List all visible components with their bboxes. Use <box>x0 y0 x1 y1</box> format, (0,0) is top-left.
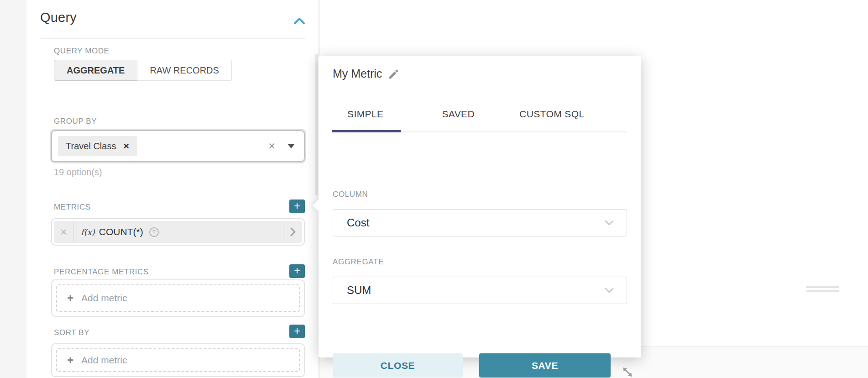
add-percentage-metric-button[interactable]: + <box>289 264 305 278</box>
tab-custom-sql[interactable]: CUSTOM SQL <box>504 109 599 120</box>
query-mode-toggle: AGGREGATE RAW RECORDS <box>54 60 232 81</box>
remove-tag-icon[interactable]: ✕ <box>123 142 129 150</box>
metrics-container: ✕ f(x) COUNT(*) ? <box>51 218 305 246</box>
add-metric-button[interactable]: + <box>289 200 305 213</box>
add-sort-by-button[interactable]: + <box>289 325 305 338</box>
remove-metric-icon[interactable]: ✕ <box>54 221 74 243</box>
add-metric-placeholder: Add metric <box>81 355 127 366</box>
query-control-panel: Query QUERY MODE AGGREGATE RAW RECORDS G… <box>26 0 319 378</box>
group-by-tag[interactable]: Travel Class ✕ <box>58 136 137 156</box>
metric-title: My Metric <box>333 67 382 80</box>
group-by-tag-label: Travel Class <box>66 141 116 152</box>
group-by-options-count: 19 option(s) <box>54 167 102 178</box>
skeleton-line <box>806 286 839 288</box>
save-button[interactable]: SAVE <box>479 353 611 378</box>
function-icon: f(x) <box>81 227 95 237</box>
add-metric-placeholder: Add metric <box>81 293 127 304</box>
column-label: COLUMN <box>333 190 368 199</box>
aggregate-label: AGGREGATE <box>333 257 384 267</box>
aggregate-select[interactable]: SUM <box>333 277 627 304</box>
section-divider <box>40 38 305 39</box>
expand-metric-icon[interactable] <box>283 221 302 243</box>
add-percentage-metric-dropzone[interactable]: + Add metric <box>56 284 300 312</box>
metrics-label: METRICS <box>54 203 91 212</box>
metric-tabs: SIMPLE SAVED CUSTOM SQL <box>332 96 600 132</box>
skeleton-line <box>806 290 839 292</box>
resize-handle-icon[interactable] <box>621 366 634 378</box>
tab-saved[interactable]: SAVED <box>427 109 490 120</box>
group-by-select[interactable]: Travel Class ✕ ✕ <box>51 130 305 162</box>
add-sort-by-dropzone[interactable]: + Add metric <box>56 348 300 372</box>
sort-by-container: + Add metric <box>51 343 305 377</box>
tab-simple[interactable]: SIMPLE <box>332 109 398 120</box>
metric-pill[interactable]: ✕ f(x) COUNT(*) ? <box>54 221 302 243</box>
query-mode-label: QUERY MODE <box>54 47 110 56</box>
chart-builder-screen: Query QUERY MODE AGGREGATE RAW RECORDS G… <box>0 0 868 378</box>
chevron-down-icon <box>605 288 614 293</box>
help-icon[interactable]: ? <box>149 227 159 237</box>
query-section-title: Query <box>40 10 77 25</box>
percentage-metrics-container: + Add metric <box>51 279 305 317</box>
plus-icon: + <box>67 293 73 304</box>
chevron-down-icon <box>605 220 614 226</box>
aggregate-toggle-button[interactable]: AGGREGATE <box>54 60 137 81</box>
aggregate-select-value: SUM <box>347 284 605 297</box>
metric-name: COUNT(*) <box>99 226 143 237</box>
edit-pencil-icon[interactable] <box>388 69 399 80</box>
left-gutter <box>0 0 26 378</box>
column-select[interactable]: Cost <box>333 209 627 236</box>
panel-scrollbar-thumb[interactable] <box>315 54 318 195</box>
popover-header: My Metric <box>319 56 641 91</box>
group-by-label: GROUP BY <box>54 117 97 126</box>
plus-icon: + <box>67 355 73 366</box>
raw-records-toggle-button[interactable]: RAW RECORDS <box>137 60 231 81</box>
percentage-metrics-label: PERCENTAGE METRICS <box>54 268 149 277</box>
sort-by-label: SORT BY <box>54 328 89 337</box>
clear-select-icon[interactable]: ✕ <box>268 142 276 151</box>
chevron-up-icon[interactable] <box>293 16 305 26</box>
popover-body: SIMPLE SAVED CUSTOM SQL COLUMN Cost AGGR… <box>319 91 641 357</box>
column-select-value: Cost <box>347 216 605 229</box>
active-tab-underline <box>332 130 401 132</box>
close-button[interactable]: CLOSE <box>333 353 463 378</box>
metric-editor-popover: My Metric SIMPLE SAVED CUSTOM SQL COLUMN… <box>319 56 641 357</box>
caret-down-icon[interactable] <box>288 144 295 148</box>
